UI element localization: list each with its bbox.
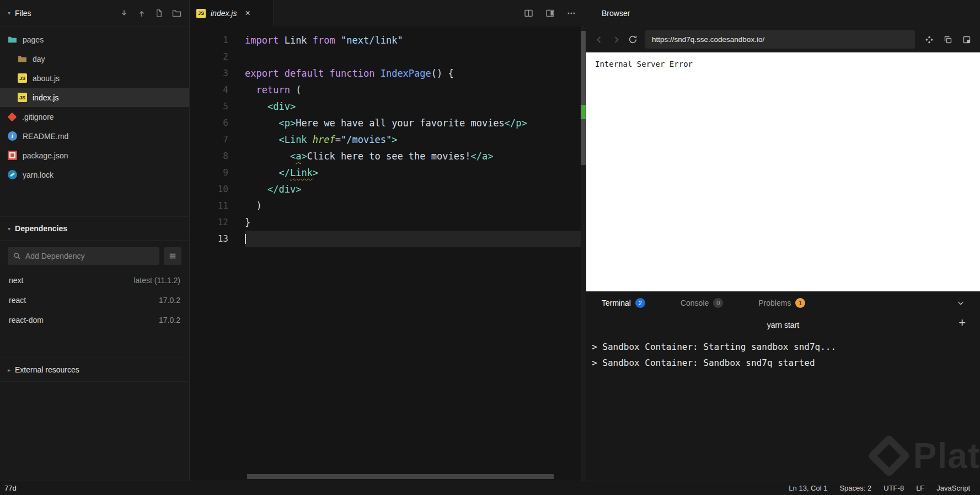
dependency-name: react xyxy=(9,296,26,305)
terminal-tab-label: Console xyxy=(681,299,709,307)
dependency-row-react-dom[interactable]: react-dom17.0.2 xyxy=(0,310,189,330)
readme-icon: i xyxy=(8,131,17,141)
task-bar: yarn start + xyxy=(586,315,980,336)
dependency-menu-button[interactable] xyxy=(164,247,181,265)
new-window-icon[interactable] xyxy=(962,35,971,44)
browser-navbar xyxy=(586,26,980,52)
chevron-right-icon: ▸ xyxy=(8,367,10,373)
code-editor[interactable]: 1import Link from "next/link"23export de… xyxy=(190,26,586,481)
code-line-13: 13 xyxy=(190,231,586,247)
file-row--gitignore[interactable]: .gitignore xyxy=(0,107,189,126)
code-line-3: 3export default function IndexPage() { xyxy=(190,65,586,82)
dependency-search-box[interactable] xyxy=(8,247,159,265)
file-label: day xyxy=(33,55,45,63)
file-label: pages xyxy=(23,35,44,44)
file-label: index.js xyxy=(33,93,58,102)
copy-icon[interactable] xyxy=(944,35,952,44)
files-header-label: Files xyxy=(15,9,31,18)
tabbar-actions xyxy=(524,0,586,26)
js-file-icon: JS xyxy=(18,73,27,83)
file-row-package-json[interactable]: package.json xyxy=(0,146,189,165)
back-icon[interactable] xyxy=(595,35,604,44)
terminal-tab-problems[interactable]: Problems1 xyxy=(758,298,805,308)
sidebar: ▾ Files pagesdayJSab xyxy=(0,0,190,481)
chevron-down-icon[interactable] xyxy=(957,299,965,307)
status-item[interactable]: Spaces: 2 xyxy=(839,484,871,492)
file-row-pages[interactable]: pages xyxy=(0,30,189,49)
more-options-icon[interactable] xyxy=(567,9,576,18)
count-badge: 1 xyxy=(795,298,805,308)
add-task-icon[interactable]: + xyxy=(958,317,966,329)
code-lines: 1import Link from "next/link"23export de… xyxy=(190,32,586,247)
dependency-row-react[interactable]: react17.0.2 xyxy=(0,290,189,310)
line-number: 9 xyxy=(190,164,228,181)
server-error-text: Internal Server Error xyxy=(595,60,693,68)
file-row-about-js[interactable]: JSabout.js xyxy=(0,68,189,88)
status-item[interactable]: LF xyxy=(916,484,924,492)
reload-icon[interactable] xyxy=(628,35,638,44)
status-item[interactable]: JavaScript xyxy=(936,484,970,492)
app-window: ▾ Files pagesdayJSab xyxy=(0,0,980,495)
file-label: yarn.lock xyxy=(23,171,53,179)
terminal-tabs: Terminal2Console0Problems1 xyxy=(586,291,980,315)
terminal-tab-console[interactable]: Console0 xyxy=(681,298,723,308)
browser-nav-actions xyxy=(923,35,971,44)
terminal-tab-label: Problems xyxy=(758,299,791,307)
horizontal-scrollbar[interactable] xyxy=(247,474,554,479)
code-line-11: 11 ) xyxy=(190,198,586,214)
browser-title: Browser xyxy=(602,9,630,18)
status-item[interactable]: UTF-8 xyxy=(883,484,904,492)
status-item[interactable]: Ln 13, Col 1 xyxy=(789,484,827,492)
code-line-5: 5 <div> xyxy=(190,98,586,115)
files-header[interactable]: ▾ Files xyxy=(0,0,189,26)
responsive-icon[interactable] xyxy=(925,35,934,44)
line-number: 4 xyxy=(190,82,228,98)
line-number: 2 xyxy=(190,49,228,65)
folder-icon xyxy=(8,35,17,44)
scrollbar-thumb[interactable] xyxy=(581,31,586,165)
file-label: README.md xyxy=(23,132,68,141)
file-label: .gitignore xyxy=(22,113,54,121)
new-folder-icon[interactable] xyxy=(172,9,181,18)
url-input[interactable] xyxy=(645,30,915,49)
line-number: 6 xyxy=(190,115,228,131)
download-icon[interactable] xyxy=(120,9,128,18)
line-number: 3 xyxy=(190,65,228,82)
file-row-README-md[interactable]: iREADME.md xyxy=(0,126,189,146)
line-number: 13 xyxy=(190,231,228,247)
code-line-12: 12} xyxy=(190,214,586,231)
terminal-output: > Sandbox Container: Starting sandbox sn… xyxy=(586,336,980,374)
line-number: 8 xyxy=(190,148,228,164)
external-resources-header[interactable]: ▸ External resources xyxy=(0,358,189,382)
status-left: 77d xyxy=(4,484,17,492)
dependency-row-next[interactable]: nextlatest (11.1.2) xyxy=(0,270,189,290)
line-number: 7 xyxy=(190,131,228,148)
browser-viewport: Internal Server Error xyxy=(586,52,980,291)
new-file-icon[interactable] xyxy=(155,9,163,18)
close-icon[interactable]: × xyxy=(245,9,250,18)
forward-icon[interactable] xyxy=(612,35,620,44)
vertical-scrollbar[interactable] xyxy=(581,26,586,481)
task-tab-yarn-start[interactable]: yarn start xyxy=(767,321,799,329)
split-view-icon[interactable] xyxy=(524,9,533,18)
upload-icon[interactable] xyxy=(137,9,146,18)
tab-index-js[interactable]: JS index.js × xyxy=(190,0,274,26)
code-line-9: 9 </Link> xyxy=(190,164,586,181)
line-number: 5 xyxy=(190,98,228,115)
tab-label: index.js xyxy=(211,9,237,18)
search-icon xyxy=(13,252,21,260)
chevron-down-icon: ▾ xyxy=(8,10,10,16)
package-icon xyxy=(8,151,17,160)
terminal-tab-terminal[interactable]: Terminal2 xyxy=(602,298,645,308)
file-row-day[interactable]: day xyxy=(0,49,189,68)
terminal-panel: Terminal2Console0Problems1 yarn start + … xyxy=(586,291,980,481)
watermark: Platzi xyxy=(874,435,980,476)
file-row-yarn-lock[interactable]: yarn.lock xyxy=(0,165,189,184)
dependency-version: 17.0.2 xyxy=(159,296,180,305)
preview-pane-icon[interactable] xyxy=(545,9,555,18)
browser-panel: Browser xyxy=(586,0,980,481)
tabbar-spacer xyxy=(274,0,524,26)
file-row-index-js[interactable]: JSindex.js xyxy=(0,88,189,107)
add-dependency-input[interactable] xyxy=(25,252,154,260)
dependencies-header[interactable]: ▾ Dependencies xyxy=(0,216,189,241)
